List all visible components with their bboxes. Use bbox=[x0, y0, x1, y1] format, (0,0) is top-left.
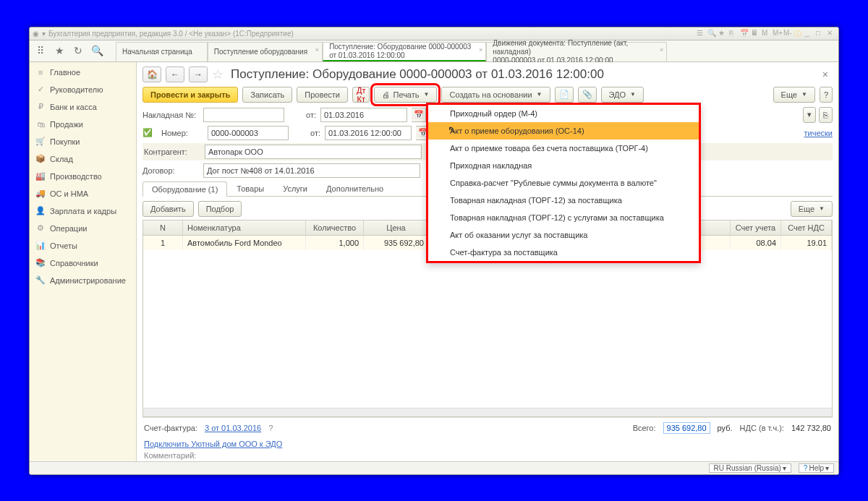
home-button[interactable]: 🏠 bbox=[142, 67, 161, 82]
help-button[interactable]: ? bbox=[820, 87, 833, 103]
sidebar-item[interactable]: ₽Банк и касса bbox=[30, 98, 136, 116]
sidebar-label: Отчеты bbox=[50, 241, 77, 250]
favorite-star[interactable]: ☆ bbox=[212, 67, 224, 82]
tb-icon[interactable]: 📅 bbox=[740, 29, 749, 38]
print-icon: 🖨 bbox=[382, 90, 390, 99]
menu-item[interactable]: Товарная накладная (ТОРГ-12) с услугами … bbox=[428, 209, 699, 226]
eshe-button[interactable]: Еще ▼ bbox=[773, 87, 815, 103]
dt-kt-button[interactable]: ДтКт bbox=[352, 87, 370, 103]
tb-m[interactable]: M bbox=[762, 29, 770, 38]
tab-goods[interactable]: Товары bbox=[227, 181, 273, 196]
app-icon: ◉ bbox=[33, 30, 39, 38]
help-indicator[interactable]: ? Help ▾ bbox=[799, 463, 834, 473]
sidebar-item[interactable]: 📊Отчеты bbox=[30, 237, 136, 254]
tb-info[interactable]: ⓘ bbox=[794, 29, 803, 38]
sidebar-label: Справочники bbox=[50, 259, 98, 267]
tb-icon[interactable]: ☰ bbox=[697, 29, 705, 38]
sidebar-item[interactable]: 📚Справочники bbox=[30, 254, 136, 272]
sidebar-label: ОС и НМА bbox=[50, 189, 88, 198]
sidebar-item[interactable]: 👤Зарплата и кадры bbox=[30, 202, 136, 220]
sidebar-item[interactable]: 🚚ОС и НМА bbox=[30, 185, 136, 202]
auto-link[interactable]: тически bbox=[804, 129, 833, 137]
tab-document[interactable]: Поступление: Оборудование 0000-000003 от… bbox=[323, 42, 486, 61]
menu-item[interactable]: Приходный ордер (М-4) bbox=[428, 105, 699, 122]
sozdat-button[interactable]: Создать на основании ▼ bbox=[441, 87, 550, 103]
sidebar-item[interactable]: 🔧Администрирование bbox=[30, 272, 136, 289]
search-icon[interactable]: 🔍 bbox=[90, 43, 104, 58]
pechat-button[interactable]: 🖨 Печать ▼ bbox=[374, 87, 437, 103]
sidebar-item[interactable]: 🛒Покупки bbox=[30, 133, 136, 150]
date1-input[interactable] bbox=[320, 108, 407, 122]
tb-m[interactable]: M- bbox=[783, 29, 792, 38]
tb-icon[interactable]: 🔍 bbox=[707, 29, 716, 38]
tb-icon[interactable]: ⎘ bbox=[729, 29, 738, 38]
statusbar: RU Russian (Russia) ▾ ? Help ▾ bbox=[30, 461, 838, 474]
lang-indicator[interactable]: RU Russian (Russia) ▾ bbox=[709, 463, 791, 473]
tb-maximize[interactable]: □ bbox=[816, 29, 825, 38]
close-page[interactable]: × bbox=[818, 69, 833, 80]
zapisat-button[interactable]: Записать bbox=[242, 87, 292, 103]
edo-button[interactable]: ЭДО ▼ bbox=[601, 87, 644, 103]
tab-start[interactable]: Начальная страница bbox=[116, 42, 208, 61]
kontragent-label: Контрагент: bbox=[144, 147, 200, 156]
nakladnaya-input[interactable] bbox=[203, 108, 284, 122]
sidebar-item[interactable]: 🛍Продажи bbox=[30, 116, 136, 133]
close-icon[interactable]: × bbox=[479, 46, 482, 54]
report-button[interactable]: 📄 bbox=[555, 87, 574, 103]
sidebar-label: Зарплата и кадры bbox=[50, 207, 116, 215]
menu-item[interactable]: Товарная накладная (ТОРГ-12) за поставщи… bbox=[428, 192, 699, 209]
back-button[interactable]: ← bbox=[166, 67, 184, 82]
sf-link[interactable]: 3 от 01.03.2016 bbox=[205, 424, 261, 432]
dobavit-button[interactable]: Добавить bbox=[142, 201, 194, 217]
tb-icon[interactable]: ★ bbox=[718, 29, 727, 38]
menu-item-os14[interactable]: Акт о приеме оборудования (ОС-14) bbox=[428, 122, 699, 140]
print-menu: Приходный ордер (М-4) Акт о приеме обору… bbox=[426, 103, 701, 263]
menu-item[interactable]: Счет-фактура за поставщика bbox=[428, 244, 699, 261]
sidebar-label: Банк и касса bbox=[50, 103, 97, 111]
edo-link[interactable]: Подключить Уютный дом ООО к ЭДО bbox=[144, 440, 282, 448]
tab-services[interactable]: Услуги bbox=[273, 181, 317, 196]
menu-item[interactable]: Приходная накладная bbox=[428, 157, 699, 174]
sidebar-item[interactable]: 🏭Производство bbox=[30, 168, 136, 185]
small-btn[interactable]: ⎘ bbox=[819, 107, 833, 123]
sidebar-item[interactable]: 📦Склад bbox=[30, 150, 136, 168]
attach-button[interactable]: 📎 bbox=[578, 87, 597, 103]
menu-item[interactable]: Акт о приемке товара без счета поставщик… bbox=[428, 140, 699, 157]
sidebar-icon: ≡ bbox=[35, 67, 46, 77]
sidebar-icon: 🔧 bbox=[35, 275, 46, 286]
menu-item[interactable]: Акт об оказании услуг за поставщика bbox=[428, 226, 699, 244]
provesti-zakryt-button[interactable]: Провести и закрыть bbox=[142, 87, 238, 103]
small-btn[interactable]: ▾ bbox=[803, 107, 816, 123]
kontragent-input[interactable] bbox=[205, 145, 422, 159]
dogovor-input[interactable] bbox=[203, 163, 420, 178]
tb-minimize[interactable]: _ bbox=[805, 29, 814, 38]
sidebar-label: Главное bbox=[50, 68, 80, 77]
nomer-input[interactable] bbox=[208, 126, 289, 140]
menu-item[interactable]: Справка-расчет "Рублевые суммы документа… bbox=[428, 174, 699, 192]
star-icon[interactable]: ★ bbox=[52, 43, 67, 58]
date2-input[interactable] bbox=[325, 126, 412, 140]
calendar-icon[interactable]: 📅 bbox=[412, 108, 426, 122]
tab-equipment[interactable]: Оборудование (1) bbox=[142, 181, 227, 197]
close-icon[interactable]: × bbox=[660, 46, 663, 54]
dropdown-icon[interactable]: ▾ bbox=[42, 30, 46, 38]
sidebar-label: Операции bbox=[50, 224, 87, 233]
history-icon[interactable]: ↻ bbox=[71, 43, 85, 58]
forward-button[interactable]: → bbox=[189, 67, 208, 82]
tb-close[interactable]: ✕ bbox=[827, 29, 835, 38]
tb-m[interactable]: M+ bbox=[773, 29, 781, 38]
apps-icon[interactable]: ⠿ bbox=[33, 43, 48, 58]
close-icon[interactable]: × bbox=[315, 46, 319, 54]
sidebar-item[interactable]: ⚙Операции bbox=[30, 220, 136, 237]
eshe-grid-button[interactable]: Еще ▼ bbox=[791, 201, 833, 217]
podbor-button[interactable]: Подбор bbox=[198, 201, 242, 217]
tab-receipt[interactable]: Поступление оборудования × bbox=[208, 42, 323, 61]
sidebar-item[interactable]: ✓Руководителю bbox=[30, 81, 136, 98]
sidebar-item[interactable]: ≡Главное bbox=[30, 64, 136, 81]
page-heading: 🏠 ← → ☆ Поступление: Оборудование 0000-0… bbox=[142, 67, 833, 82]
scrollbar[interactable] bbox=[143, 408, 832, 416]
tab-additional[interactable]: Дополнительно bbox=[317, 181, 393, 196]
provesti-button[interactable]: Провести bbox=[297, 87, 348, 103]
tb-icon[interactable]: 🖩 bbox=[751, 29, 760, 38]
tab-movements[interactable]: Движения документа: Поступление (акт, на… bbox=[486, 42, 667, 61]
